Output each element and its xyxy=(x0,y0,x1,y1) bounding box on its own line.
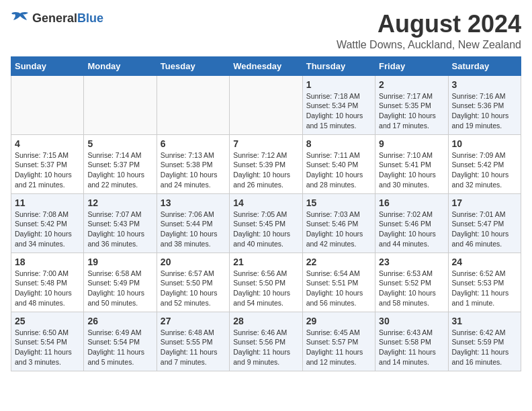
calendar-cell: 25Sunrise: 6:50 AM Sunset: 5:54 PM Dayli… xyxy=(11,312,84,371)
day-info: Sunrise: 7:10 AM Sunset: 5:41 PM Dayligh… xyxy=(379,150,444,190)
calendar-body: 1Sunrise: 7:18 AM Sunset: 5:34 PM Daylig… xyxy=(11,75,521,371)
day-info: Sunrise: 6:58 AM Sunset: 5:49 PM Dayligh… xyxy=(87,269,152,308)
calendar-cell: 9Sunrise: 7:10 AM Sunset: 5:41 PM Daylig… xyxy=(375,134,448,193)
calendar-cell: 8Sunrise: 7:11 AM Sunset: 5:40 PM Daylig… xyxy=(302,134,375,193)
day-info: Sunrise: 7:03 AM Sunset: 5:46 PM Dayligh… xyxy=(306,210,371,249)
day-number: 21 xyxy=(233,257,298,267)
calendar-cell: 29Sunrise: 6:45 AM Sunset: 5:57 PM Dayli… xyxy=(302,312,375,371)
day-number: 28 xyxy=(233,316,298,326)
calendar-cell: 1Sunrise: 7:18 AM Sunset: 5:34 PM Daylig… xyxy=(302,75,375,134)
day-info: Sunrise: 7:07 AM Sunset: 5:43 PM Dayligh… xyxy=(87,210,152,249)
day-number: 24 xyxy=(452,257,517,267)
calendar-cell: 28Sunrise: 6:46 AM Sunset: 5:56 PM Dayli… xyxy=(230,312,302,371)
calendar-cell: 16Sunrise: 7:02 AM Sunset: 5:46 PM Dayli… xyxy=(375,193,448,253)
calendar-cell: 6Sunrise: 7:13 AM Sunset: 5:38 PM Daylig… xyxy=(157,134,229,193)
logo-text: GeneralBlue xyxy=(32,11,103,26)
calendar-cell: 21Sunrise: 6:56 AM Sunset: 5:50 PM Dayli… xyxy=(230,253,302,312)
calendar-cell: 22Sunrise: 6:54 AM Sunset: 5:51 PM Dayli… xyxy=(302,253,375,312)
day-number: 16 xyxy=(379,197,444,208)
logo-general: General xyxy=(32,11,77,25)
day-info: Sunrise: 6:52 AM Sunset: 5:53 PM Dayligh… xyxy=(452,269,517,308)
day-info: Sunrise: 6:53 AM Sunset: 5:52 PM Dayligh… xyxy=(379,269,444,308)
day-number: 26 xyxy=(87,316,152,326)
col-saturday: Saturday xyxy=(448,56,521,75)
day-number: 29 xyxy=(306,316,371,326)
calendar-cell: 11Sunrise: 7:08 AM Sunset: 5:42 PM Dayli… xyxy=(11,193,84,253)
calendar-cell: 30Sunrise: 6:43 AM Sunset: 5:58 PM Dayli… xyxy=(375,312,448,371)
calendar-cell: 4Sunrise: 7:15 AM Sunset: 5:37 PM Daylig… xyxy=(11,134,84,193)
day-number: 19 xyxy=(87,257,152,267)
day-number: 7 xyxy=(233,138,298,149)
day-number: 8 xyxy=(306,138,371,149)
day-info: Sunrise: 7:12 AM Sunset: 5:39 PM Dayligh… xyxy=(233,150,298,190)
day-info: Sunrise: 7:09 AM Sunset: 5:42 PM Dayligh… xyxy=(452,150,517,190)
calendar-cell: 12Sunrise: 7:07 AM Sunset: 5:43 PM Dayli… xyxy=(84,193,157,253)
day-number: 17 xyxy=(452,197,517,208)
day-number: 22 xyxy=(306,257,371,267)
day-info: Sunrise: 7:11 AM Sunset: 5:40 PM Dayligh… xyxy=(306,150,371,190)
calendar-cell: 27Sunrise: 6:48 AM Sunset: 5:55 PM Dayli… xyxy=(157,312,229,371)
day-number: 13 xyxy=(161,197,226,208)
col-sunday: Sunday xyxy=(11,56,84,75)
calendar-cell: 2Sunrise: 7:17 AM Sunset: 5:35 PM Daylig… xyxy=(375,75,448,134)
day-info: Sunrise: 7:14 AM Sunset: 5:37 PM Dayligh… xyxy=(87,150,152,190)
day-info: Sunrise: 6:57 AM Sunset: 5:50 PM Dayligh… xyxy=(161,269,226,308)
calendar-week-row: 25Sunrise: 6:50 AM Sunset: 5:54 PM Dayli… xyxy=(11,312,521,371)
day-number: 15 xyxy=(306,197,371,208)
day-number: 27 xyxy=(161,316,226,326)
calendar-cell: 14Sunrise: 7:05 AM Sunset: 5:45 PM Dayli… xyxy=(230,193,302,253)
main-title: August 2024 xyxy=(337,11,521,38)
col-friday: Friday xyxy=(375,56,448,75)
calendar-cell xyxy=(157,75,229,134)
day-info: Sunrise: 6:48 AM Sunset: 5:55 PM Dayligh… xyxy=(161,328,226,367)
calendar-cell: 31Sunrise: 6:42 AM Sunset: 5:59 PM Dayli… xyxy=(448,312,521,371)
title-section: August 2024 Wattle Downs, Auckland, New … xyxy=(337,11,521,51)
logo-icon xyxy=(11,11,30,26)
logo-blue: Blue xyxy=(77,11,103,25)
day-info: Sunrise: 6:49 AM Sunset: 5:54 PM Dayligh… xyxy=(87,328,152,367)
day-info: Sunrise: 6:43 AM Sunset: 5:58 PM Dayligh… xyxy=(379,328,444,367)
calendar-cell: 23Sunrise: 6:53 AM Sunset: 5:52 PM Dayli… xyxy=(375,253,448,312)
day-number: 1 xyxy=(306,79,371,90)
page-header: GeneralBlue August 2024 Wattle Downs, Au… xyxy=(11,11,521,51)
day-info: Sunrise: 7:16 AM Sunset: 5:36 PM Dayligh… xyxy=(452,91,517,131)
calendar-cell: 19Sunrise: 6:58 AM Sunset: 5:49 PM Dayli… xyxy=(84,253,157,312)
day-number: 12 xyxy=(87,197,152,208)
day-info: Sunrise: 7:05 AM Sunset: 5:45 PM Dayligh… xyxy=(233,210,298,249)
day-info: Sunrise: 7:17 AM Sunset: 5:35 PM Dayligh… xyxy=(379,91,444,131)
day-number: 5 xyxy=(87,138,152,149)
day-number: 3 xyxy=(452,79,517,90)
calendar-cell: 20Sunrise: 6:57 AM Sunset: 5:50 PM Dayli… xyxy=(157,253,229,312)
day-number: 14 xyxy=(233,197,298,208)
calendar-week-row: 1Sunrise: 7:18 AM Sunset: 5:34 PM Daylig… xyxy=(11,75,521,134)
logo: GeneralBlue xyxy=(11,11,103,26)
day-info: Sunrise: 6:56 AM Sunset: 5:50 PM Dayligh… xyxy=(233,269,298,308)
calendar-header-row: Sunday Monday Tuesday Wednesday Thursday… xyxy=(11,56,521,75)
calendar-cell: 10Sunrise: 7:09 AM Sunset: 5:42 PM Dayli… xyxy=(448,134,521,193)
day-info: Sunrise: 7:15 AM Sunset: 5:37 PM Dayligh… xyxy=(15,150,80,190)
day-number: 4 xyxy=(15,138,80,149)
col-monday: Monday xyxy=(84,56,157,75)
day-number: 20 xyxy=(161,257,226,267)
col-thursday: Thursday xyxy=(302,56,375,75)
calendar-cell: 17Sunrise: 7:01 AM Sunset: 5:47 PM Dayli… xyxy=(448,193,521,253)
day-number: 25 xyxy=(15,316,80,326)
day-number: 9 xyxy=(379,138,444,149)
calendar-cell xyxy=(84,75,157,134)
day-info: Sunrise: 7:00 AM Sunset: 5:48 PM Dayligh… xyxy=(15,269,80,308)
day-number: 11 xyxy=(15,197,80,208)
calendar-cell: 5Sunrise: 7:14 AM Sunset: 5:37 PM Daylig… xyxy=(84,134,157,193)
day-info: Sunrise: 6:45 AM Sunset: 5:57 PM Dayligh… xyxy=(306,328,371,367)
day-info: Sunrise: 7:18 AM Sunset: 5:34 PM Dayligh… xyxy=(306,91,371,131)
day-info: Sunrise: 7:13 AM Sunset: 5:38 PM Dayligh… xyxy=(161,150,226,190)
day-number: 10 xyxy=(452,138,517,149)
day-info: Sunrise: 7:02 AM Sunset: 5:46 PM Dayligh… xyxy=(379,210,444,249)
calendar-cell: 3Sunrise: 7:16 AM Sunset: 5:36 PM Daylig… xyxy=(448,75,521,134)
calendar-table: Sunday Monday Tuesday Wednesday Thursday… xyxy=(11,56,521,371)
day-info: Sunrise: 7:08 AM Sunset: 5:42 PM Dayligh… xyxy=(15,210,80,249)
subtitle: Wattle Downs, Auckland, New Zealand xyxy=(337,39,521,51)
day-info: Sunrise: 6:46 AM Sunset: 5:56 PM Dayligh… xyxy=(233,328,298,367)
calendar-cell: 26Sunrise: 6:49 AM Sunset: 5:54 PM Dayli… xyxy=(84,312,157,371)
day-info: Sunrise: 7:01 AM Sunset: 5:47 PM Dayligh… xyxy=(452,210,517,249)
day-number: 30 xyxy=(379,316,444,326)
